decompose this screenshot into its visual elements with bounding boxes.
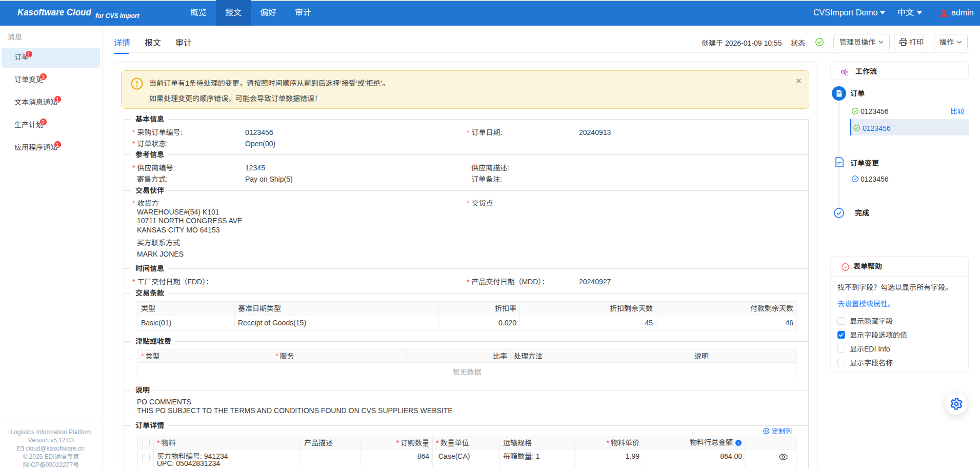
svg-text:i: i [738,440,739,445]
svg-text:?: ? [844,265,847,270]
